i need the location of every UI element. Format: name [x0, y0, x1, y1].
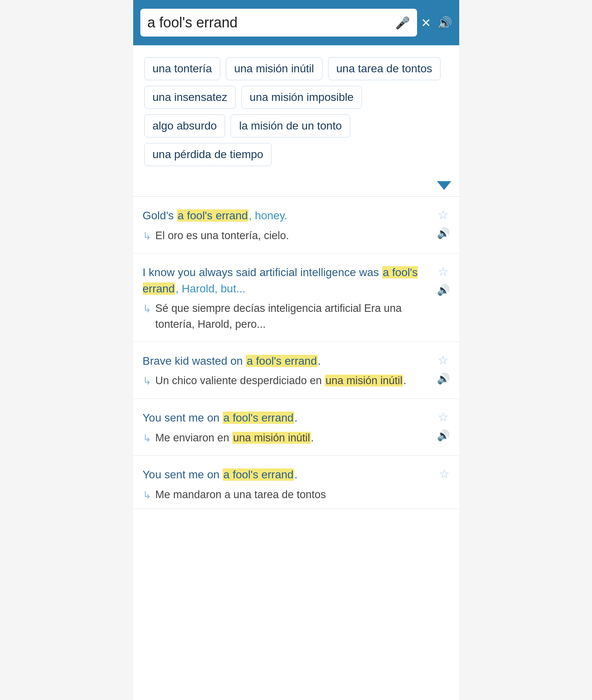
- example-content: You sent me on a fool's errand. ↳ Me man…: [143, 467, 433, 503]
- en-text-before: I know you always said artificial intell…: [143, 266, 382, 278]
- examples-section: Gold's a fool's errand, honey. ↳ El oro …: [133, 196, 459, 509]
- example-card: You sent me on a fool's errand. ↳ Me env…: [133, 399, 459, 456]
- example-card: Brave kid wasted on a fool's errand. ↳ U…: [133, 342, 459, 399]
- example-card: You sent me on a fool's errand. ↳ Me man…: [133, 456, 459, 509]
- translation-row: ↳ Me mandaron a una tarea de tontos: [143, 487, 433, 503]
- example-en: You sent me on a fool's errand.: [143, 410, 431, 426]
- example-actions: ☆ 🔊: [437, 410, 450, 442]
- example-content: Gold's a fool's errand, honey. ↳ El oro …: [143, 208, 431, 244]
- close-icon[interactable]: ✕: [421, 16, 431, 30]
- translation-row: ↳ Un chico valiente desperdiciado en una…: [143, 373, 431, 389]
- example-es: Un chico valiente desperdiciado en una m…: [155, 373, 406, 389]
- translations-section: una tontería una misión inútil una tarea…: [133, 45, 459, 178]
- arrow-icon: ↳: [143, 374, 151, 389]
- en-highlight: a fool's errand: [223, 468, 295, 481]
- search-bar: 🎤 ✕ 🔊: [133, 0, 459, 45]
- example-en: You sent me on a fool's errand.: [143, 467, 433, 483]
- speaker-sm-icon[interactable]: 🔊: [437, 284, 450, 296]
- speaker-sm-icon[interactable]: 🔊: [437, 227, 450, 240]
- en-text-after: .: [318, 355, 321, 367]
- en-text-before: Gold's: [143, 209, 177, 222]
- example-actions: ☆ 🔊: [437, 208, 450, 240]
- es-highlight: una misión inútil: [232, 432, 311, 444]
- es-highlight: una misión inútil: [325, 375, 404, 387]
- search-actions: ✕ 🔊: [421, 16, 452, 30]
- example-en: Gold's a fool's errand, honey.: [143, 208, 431, 224]
- arrow-icon: ↳: [143, 229, 151, 244]
- translation-row: ↳ El oro es una tontería, cielo.: [143, 228, 431, 244]
- en-text-after: .: [294, 468, 297, 481]
- translation-row: ↳ Me enviaron en una misión inútil.: [143, 430, 431, 446]
- example-en: I know you always said artificial intell…: [143, 265, 431, 297]
- scroll-indicator: [133, 178, 459, 196]
- example-card: I know you always said artificial intell…: [133, 253, 459, 342]
- translation-row: ↳ Sé que siempre decías inteligencia art…: [143, 301, 431, 332]
- star-icon[interactable]: ☆: [439, 467, 450, 481]
- speaker-icon[interactable]: 🔊: [437, 16, 452, 30]
- speaker-sm-icon[interactable]: 🔊: [437, 373, 450, 385]
- example-actions: ☆ 🔊: [437, 265, 450, 296]
- translation-pill[interactable]: una pérdida de tiempo: [144, 143, 272, 166]
- chevron-down-icon[interactable]: [437, 181, 451, 190]
- search-input[interactable]: [148, 14, 391, 31]
- arrow-icon: ↳: [143, 431, 151, 446]
- example-en: Brave kid wasted on a fool's errand.: [143, 353, 431, 369]
- en-highlight: a fool's errand: [177, 209, 249, 222]
- star-icon[interactable]: ☆: [438, 208, 448, 222]
- speaker-sm-icon[interactable]: 🔊: [437, 429, 450, 442]
- en-text-before: You sent me on: [143, 468, 223, 481]
- en-text-after: , honey.: [248, 209, 287, 222]
- en-text-before: You sent me on: [143, 412, 223, 424]
- en-highlight: a fool's errand: [223, 412, 295, 424]
- translation-pill[interactable]: una misión imposible: [241, 86, 362, 109]
- search-input-wrapper: 🎤: [140, 9, 417, 37]
- en-text-before: Brave kid wasted on: [143, 355, 246, 367]
- example-content: Brave kid wasted on a fool's errand. ↳ U…: [143, 353, 431, 389]
- translation-pill[interactable]: una insensatez: [144, 86, 236, 109]
- en-text-after: , Harold, but...: [175, 282, 245, 295]
- example-es: El oro es una tontería, cielo.: [155, 228, 289, 244]
- star-icon[interactable]: ☆: [438, 410, 448, 424]
- en-text-after: .: [294, 412, 297, 424]
- arrow-icon: ↳: [143, 302, 151, 317]
- example-es: Me mandaron a una tarea de tontos: [155, 487, 326, 503]
- translations-grid: una tontería una misión inútil una tarea…: [144, 57, 448, 166]
- example-card: Gold's a fool's errand, honey. ↳ El oro …: [133, 197, 459, 253]
- translation-pill[interactable]: una tarea de tontos: [328, 57, 441, 80]
- translation-pill[interactable]: una misión inútil: [226, 57, 322, 80]
- example-actions: ☆: [439, 467, 450, 481]
- arrow-icon: ↳: [143, 488, 151, 503]
- translation-pill[interactable]: la misión de un tonto: [231, 114, 350, 137]
- mic-icon[interactable]: 🎤: [395, 16, 410, 30]
- example-content: I know you always said artificial intell…: [143, 265, 431, 332]
- example-es: Me enviaron en una misión inútil.: [155, 430, 314, 446]
- translation-pill[interactable]: una tontería: [144, 57, 220, 80]
- example-actions: ☆ 🔊: [437, 353, 450, 385]
- star-icon[interactable]: ☆: [438, 353, 448, 367]
- app-container: 🎤 ✕ 🔊 una tontería una misión inútil una…: [133, 0, 459, 700]
- translation-pill[interactable]: algo absurdo: [144, 114, 225, 137]
- example-content: You sent me on a fool's errand. ↳ Me env…: [143, 410, 431, 446]
- star-icon[interactable]: ☆: [438, 265, 448, 278]
- example-es: Sé que siempre decías inteligencia artif…: [155, 301, 431, 332]
- en-highlight: a fool's errand: [246, 355, 318, 367]
